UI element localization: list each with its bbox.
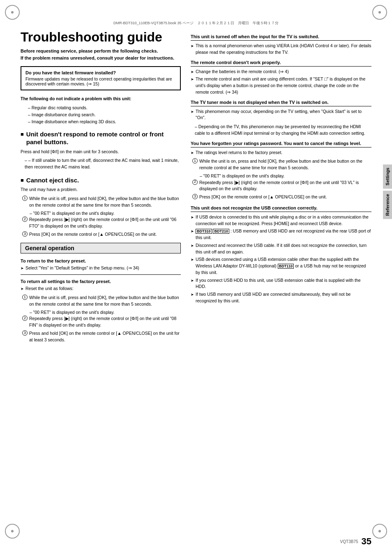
ratings-heading: You have forgotten your ratings password… <box>191 141 371 147</box>
page-number: 35 <box>362 536 371 547</box>
corner-decoration-br <box>372 524 387 539</box>
firmware-box: Do you have the latest firmware installe… <box>21 66 181 90</box>
arrow-item: BDT310 BDT210 : USB memory and USB HDD a… <box>191 228 371 241</box>
step-num: 2 <box>192 180 198 185</box>
not-problem-item: Image disturbance when replacing 3D disc… <box>25 118 181 125</box>
firmware-body: Firmware updates may be released to corr… <box>25 76 176 86</box>
section2-text1: The unit may have a problem. <box>21 187 181 193</box>
arrow-item: Select "Yes" in "Default Settings" in th… <box>21 265 181 272</box>
step-text: Repeatedly press [▶] (right) on the remo… <box>29 216 181 230</box>
main-content: Troubleshooting guide Before requesting … <box>8 30 384 348</box>
tag-bdt210: BDT210 <box>213 229 229 234</box>
ratings-steps: 1 While the unit is on, press and hold [… <box>192 158 371 200</box>
arrow-text: USB devices connected using a USB extens… <box>196 256 371 276</box>
arrow-text: This is a normal phenomenon when using V… <box>196 43 371 56</box>
step-item: 2 Repeatedly press [▶] (right) on the re… <box>22 315 181 329</box>
arrow-item: The ratings level returns to the factory… <box>191 150 371 156</box>
arrow-text: The remote control and main unit are usi… <box>196 76 371 95</box>
right-column: This unit is turned off when the input f… <box>191 30 371 348</box>
step-num: 3 <box>22 330 28 336</box>
arrow-item: The remote control and main unit are usi… <box>191 76 371 95</box>
side-tabs: Settings Reference <box>383 164 392 220</box>
step-text: Press [OK] on the remote control or [▲ O… <box>29 231 157 238</box>
tv-switched-heading: This unit is turned off when the input f… <box>191 34 371 41</box>
arrow-text: Change the batteries in the remote contr… <box>196 69 289 75</box>
step-text: While the unit is on, press and hold [OK… <box>199 158 371 171</box>
tv-switched-arrows: This is a normal phenomenon when using V… <box>191 43 371 56</box>
arrow-text: If USB device is connected to this unit … <box>196 214 371 227</box>
not-problem-list: Regular disc rotating sounds. Image dist… <box>25 104 181 125</box>
arrow-item: If you connect USB HDD to this unit, use… <box>191 277 371 290</box>
ratings-arrow: The ratings level returns to the factory… <box>191 150 371 156</box>
left-column: Troubleshooting guide Before requesting … <box>21 30 181 348</box>
all-settings-arrow: Reset the unit as follows: <box>21 286 181 292</box>
page: DMR-BDT310_110EB-VQT3B75.book 35 ページ ２０１… <box>0 0 392 555</box>
arrow-item: This phenomenon may occur, depending on … <box>191 108 371 122</box>
general-operation-heading: General operation <box>21 243 181 253</box>
tv-tuner-heading: The TV tuner mode is not displayed when … <box>191 100 371 106</box>
arrow-item: Change the batteries in the remote contr… <box>191 69 371 75</box>
step-num: 1 <box>192 158 198 164</box>
step-item: 1 While the unit is on, press and hold [… <box>192 158 371 171</box>
section1-text1: Press and hold [Ф/I] on the main unit fo… <box>21 149 181 155</box>
remote-work-heading: The remote control doesn't work properly… <box>191 60 371 67</box>
remote-work-arrows: Change the batteries in the remote contr… <box>191 69 371 96</box>
side-tab-reference[interactable]: Reference <box>383 191 392 219</box>
not-problem-item: Image disturbance during search. <box>25 111 181 118</box>
intro-text: Before requesting service, please perfor… <box>21 48 181 61</box>
corner-decoration-bl <box>5 524 20 539</box>
arrow-item: If USB device is connected to this unit … <box>191 214 371 227</box>
firmware-title: Do you have the latest firmware installe… <box>25 70 176 75</box>
section2-steps: 1 While the unit is off, press and hold … <box>22 196 181 238</box>
tag-bdt310: BDT310 <box>196 229 212 234</box>
step-num: 3 <box>22 231 28 237</box>
step-item: 3 Press [OK] on the remote control or [▲… <box>22 231 181 238</box>
arrow-text: BDT310 BDT210 : USB memory and USB HDD a… <box>196 228 371 241</box>
arrow-text: If you connect USB HDD to this unit, use… <box>196 277 371 290</box>
step-item: 1 While the unit is off, press and hold … <box>22 295 181 308</box>
tv-tuner-dash: Depending on the TV, this phenomenon may… <box>195 124 371 137</box>
factory-preset-arrow: Select "Yes" in "Default Settings" in th… <box>21 265 181 272</box>
step-text: Press [OK] on the remote control or [▲ O… <box>199 194 327 200</box>
arrow-item: If two USB memory and USB HDD are connec… <box>191 291 371 304</box>
section2-heading: Cannot eject disc. <box>21 176 181 184</box>
arrow-text: This phenomenon may occur, depending on … <box>196 108 371 122</box>
arrow-item: Disconnect and reconnect the USB cable. … <box>191 242 371 256</box>
arrow-item: USB devices connected using a USB extens… <box>191 256 371 276</box>
arrow-text: The ratings level returns to the factory… <box>196 150 282 156</box>
step-text: Repeatedly press [▶] (right) on the remo… <box>199 180 371 193</box>
page-code: VQT3B75 <box>340 539 358 544</box>
step-sub: – "00 RET" is displayed on the unit's di… <box>30 309 181 316</box>
tag-bdt110: BDT110 <box>278 264 294 269</box>
all-settings-steps: 1 While the unit is off, press and hold … <box>22 295 181 343</box>
usb-heading: This unit does not recognize the USB con… <box>191 205 371 212</box>
step-sub: – "00 RET" is displayed on the unit's di… <box>200 173 371 180</box>
step-num: 1 <box>22 196 28 201</box>
arrow-item: This is a normal phenomenon when using V… <box>191 43 371 56</box>
page-title: Troubleshooting guide <box>21 30 181 44</box>
step-text: While the unit is off, press and hold [O… <box>29 196 181 209</box>
step-item: 3 Press and hold [OK] on the remote cont… <box>22 330 181 343</box>
step-item: 2 Repeatedly press [▶] (right) on the re… <box>22 216 181 230</box>
step-item: 3 Press [OK] on the remote control or [▲… <box>192 194 371 200</box>
step-num: 3 <box>192 194 198 199</box>
step-text: Press and hold [OK] on the remote contro… <box>29 330 181 343</box>
step-num: 2 <box>22 216 28 222</box>
corner-decoration-tl <box>5 5 20 20</box>
top-meta: DMR-BDT310_110EB-VQT3B75.book 35 ページ ２０１… <box>8 21 384 26</box>
step-text: Repeatedly press [▶] (right) on the remo… <box>29 315 181 329</box>
factory-preset-heading: To return to the factory preset. <box>21 258 181 263</box>
not-problem-note: The following do not indicate a problem … <box>21 96 181 101</box>
step-item: 1 While the unit is off, press and hold … <box>22 196 181 209</box>
arrow-text: Select "Yes" in "Default Settings" in th… <box>25 265 139 272</box>
arrow-text: If two USB memory and USB HDD are connec… <box>196 291 371 304</box>
not-problem-item: Regular disc rotating sounds. <box>25 104 181 111</box>
step-num: 2 <box>22 315 28 321</box>
page-footer: VQT3B75 35 <box>340 536 371 547</box>
section1-text2: – If still unable to turn the unit off, … <box>25 157 181 170</box>
side-tab-settings[interactable]: Settings <box>383 164 392 189</box>
all-settings-heading: To return all settings to the factory pr… <box>21 279 181 284</box>
section1-heading: Unit doesn't respond to remote control o… <box>21 130 181 146</box>
step-text: While the unit is off, press and hold [O… <box>29 295 181 308</box>
usb-arrows: If USB device is connected to this unit … <box>191 214 371 304</box>
